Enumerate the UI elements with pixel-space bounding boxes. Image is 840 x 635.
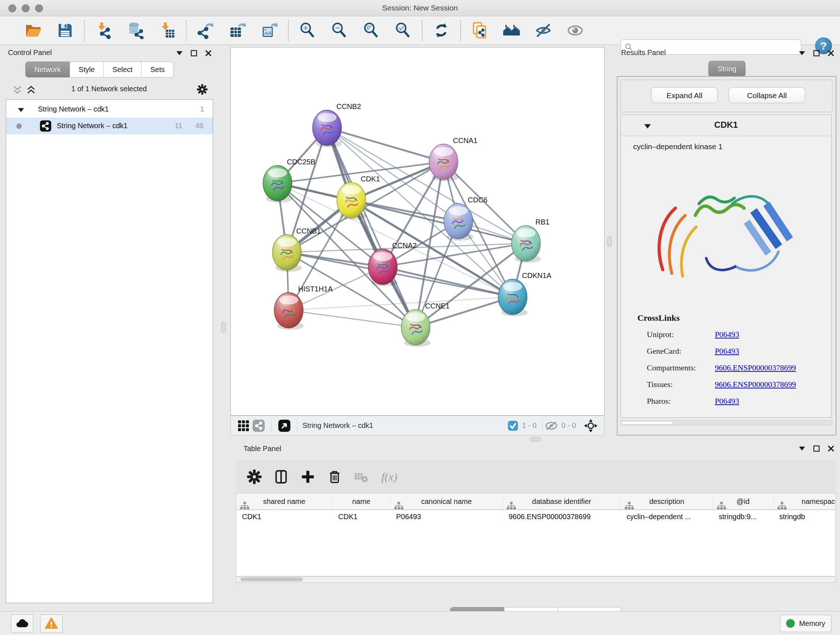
refresh-view-icon[interactable]	[432, 21, 450, 40]
edge-CCNB2-CCNE1[interactable]	[327, 128, 416, 327]
zoom-out-icon[interactable]	[330, 21, 348, 40]
edge-CDKN1A-CCNE1[interactable]	[416, 297, 513, 327]
export-network-icon[interactable]	[196, 21, 215, 40]
import-network-database-icon[interactable]	[126, 21, 144, 40]
crosslink-link[interactable]: P06493	[715, 347, 739, 363]
column-header-namespace[interactable]: namespace	[774, 494, 836, 509]
network-view-canvas[interactable]: CCNB2CCNA1CDC25BCDK1CDC6RB1CCNB1CCNA2CDK…	[231, 47, 605, 416]
tab-select[interactable]: Select	[104, 62, 142, 78]
column-header-database-identifier[interactable]: database identifier	[503, 494, 621, 509]
left-splitter-grip[interactable]	[221, 322, 226, 333]
network-options-gear-icon[interactable]	[196, 84, 208, 95]
control-panel: Control Panel NetworkStyleSelectSets 1 o…	[4, 47, 215, 605]
network-graph[interactable]: CCNB2CCNA1CDC25BCDK1CDC6RB1CCNB1CCNA2CDK…	[231, 48, 604, 415]
export-image-icon[interactable]	[260, 21, 278, 40]
zoom-in-icon[interactable]	[298, 21, 317, 40]
edge-HIST1H1A-CCNE1[interactable]	[289, 310, 416, 327]
panel-menu-icon[interactable]	[798, 445, 806, 453]
tab-string[interactable]: String	[708, 61, 745, 77]
first-neighbors-icon[interactable]	[502, 21, 521, 40]
tab-sets[interactable]: Sets	[141, 62, 174, 78]
table-horizontal-scrollbar[interactable]	[236, 576, 836, 583]
node-RB1[interactable]: RB1	[512, 218, 549, 263]
export-table-icon[interactable]	[228, 21, 246, 40]
close-panel-icon[interactable]	[827, 49, 835, 57]
import-table-file-icon[interactable]	[158, 21, 176, 40]
column-header-canonical-name[interactable]: canonical name	[390, 494, 503, 509]
column-header--id[interactable]: @id	[713, 494, 774, 509]
cloud-status-button[interactable]	[11, 614, 33, 632]
toolbar-buttons	[17, 16, 591, 44]
network-row[interactable]: String Network – cdk1 11 48	[6, 118, 213, 134]
collapse-all-button[interactable]: Collapse All	[729, 87, 805, 103]
close-panel-icon[interactable]	[827, 445, 835, 453]
crosslink-row: Compartments:9606.ENSP00000378699	[647, 363, 821, 380]
node-CCNE1[interactable]: CCNE1	[401, 302, 450, 347]
bottom-splitter-grip[interactable]	[531, 437, 541, 441]
open-session-icon[interactable]	[24, 21, 42, 40]
delete-column-icon[interactable]	[326, 469, 343, 485]
float-panel-icon[interactable]	[813, 49, 821, 57]
float-panel-icon[interactable]	[813, 445, 821, 453]
panel-menu-icon[interactable]	[175, 49, 183, 57]
table-options-icon[interactable]	[246, 469, 263, 485]
import-network-file-icon[interactable]	[95, 21, 112, 40]
save-session-icon[interactable]	[56, 21, 74, 40]
network-list: String Network – cdk1 1 String Network –…	[6, 99, 213, 603]
tab-network[interactable]: Network	[25, 62, 70, 78]
hide-selected-icon[interactable]	[534, 21, 553, 40]
table-cell: cyclin–dependent ...	[621, 509, 713, 524]
show-all-icon[interactable]	[566, 21, 584, 40]
crosslink-link[interactable]: 9606.ENSP00000378699	[715, 380, 796, 396]
edge-CCNA2-CDKN1A[interactable]	[383, 267, 513, 297]
create-column-icon[interactable]	[300, 469, 316, 485]
window-title: Session: New Session	[0, 0, 840, 16]
warnings-button[interactable]	[40, 614, 63, 632]
zoom-fit-icon[interactable]	[362, 21, 380, 40]
column-header-shared-name[interactable]: shared name	[236, 494, 332, 509]
tab-style[interactable]: Style	[70, 62, 103, 78]
hidden-counts: 0 - 0	[561, 421, 576, 430]
edge-CCNB2-CCNA1[interactable]	[327, 128, 444, 162]
center-view-icon[interactable]	[583, 418, 598, 433]
results-horizontal-scrollbar[interactable]	[621, 420, 832, 425]
network-icon	[39, 120, 52, 132]
column-label: database identifier	[532, 497, 591, 506]
crosslinks-list: Uniprot:P06493GeneCard:P06493Compartment…	[647, 330, 821, 413]
memory-button[interactable]: Memory	[780, 615, 831, 632]
zoom-selected-icon[interactable]	[394, 21, 412, 40]
current-network-dot	[16, 124, 22, 129]
table-panel: Table Panel f(x) shared namenamecanonica…	[231, 442, 840, 611]
table-cell: CDK1	[332, 509, 390, 524]
crosslink-link[interactable]: P06493	[715, 330, 739, 347]
node-CDKN1A[interactable]: CDKN1A	[498, 272, 552, 317]
close-panel-icon[interactable]	[204, 49, 212, 57]
right-splitter-grip[interactable]	[607, 236, 612, 247]
table-row[interactable]: CDK1CDK1P064939606.ENSP00000378699cyclin…	[236, 509, 836, 524]
toolbar-separator	[288, 20, 289, 41]
grid-view-icon[interactable]	[236, 418, 251, 433]
crosslink-link[interactable]: 9606.ENSP00000378699	[715, 363, 796, 380]
node-HIST1H1A[interactable]: HIST1H1A	[274, 285, 333, 330]
table-cell: stringdb:9...	[713, 509, 774, 524]
node-CCNB2[interactable]: CCNB2	[313, 103, 361, 147]
node-CCNA1[interactable]: CCNA1	[429, 136, 477, 181]
node-label-CCNA2: CCNA2	[392, 241, 417, 249]
select-columns-icon[interactable]	[273, 469, 289, 485]
scrollbar-thumb[interactable]	[240, 578, 303, 581]
detach-view-icon[interactable]	[277, 418, 292, 433]
expand-all-button[interactable]: Expand All	[651, 87, 718, 103]
duplicate-network-icon[interactable]	[471, 21, 489, 40]
panel-menu-icon[interactable]	[798, 49, 806, 57]
column-header-description[interactable]: description	[621, 494, 713, 509]
collection-caret-icon[interactable]	[17, 106, 25, 112]
warning-icon	[45, 617, 58, 630]
float-panel-icon[interactable]	[190, 49, 198, 57]
crosslink-label: Uniprot:	[647, 330, 715, 347]
column-header-name[interactable]: name	[332, 494, 390, 509]
network-collection-row[interactable]: String Network – cdk1 1	[6, 101, 213, 118]
crosslink-link[interactable]: P06493	[715, 396, 739, 413]
birds-eye-view-icon[interactable]	[251, 418, 266, 433]
selected-checkbox-icon[interactable]	[508, 418, 518, 433]
scrollbar-thumb[interactable]	[622, 421, 673, 424]
